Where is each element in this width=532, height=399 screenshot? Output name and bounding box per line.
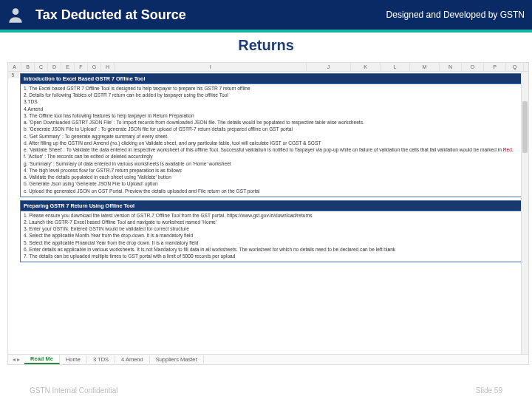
col-header: I [115,63,307,71]
page-subhead: Returns [0,33,532,58]
row-number: 5 [8,72,18,78]
panel-line: 4. Select the applicable Month-Year from… [24,233,522,239]
col-header: A [8,63,21,71]
panel-line: 1. Please ensure you download the latest… [24,213,522,219]
emblem-icon [0,1,31,29]
col-header: K [351,63,381,71]
footer-right: Slide 59 [476,386,502,395]
sheet-tab[interactable]: 4 Amend [115,355,150,364]
preparing-panel-title: Preparing GSTR 7 Return Using Offline To… [21,201,525,211]
sheet-tab[interactable]: Suppliers Master [150,355,204,364]
app-title: Tax Deducted at Source [31,7,386,23]
title-bar: Tax Deducted at Source Designed and Deve… [0,0,532,33]
col-header: D [48,63,61,71]
panel-line: c. Upload the generated JSON on GST Port… [24,188,522,194]
sheet-tab[interactable]: Home [60,355,87,364]
col-header: M [410,63,440,71]
col-header: E [61,63,75,71]
intro-panel-body: 1. The Excel based GSTR 7 Offline Tool i… [21,83,525,197]
panel-line: 4.Amend [24,106,522,112]
panel-line: d. After filling up the GSTIN and Amend … [24,140,522,146]
col-header: L [381,63,410,71]
panel-line: 2. Details for following Tables of GSTR … [24,92,522,98]
row-headers: 5 [8,72,18,354]
scroll-thumb[interactable] [522,101,528,153]
panel-line: 3. The Offline tool has following featur… [24,113,522,119]
panel-line: b. Generate Json using 'Generate JSON Fi… [24,181,522,187]
intro-panel: Introduction to Excel Based GSTR 7 Offli… [20,73,525,197]
panel-line: g. 'Summary' : Summary of data entered i… [24,161,522,167]
panel-line: 5. Select the applicable Financial Year … [24,240,522,246]
col-header: Q [506,63,524,71]
panel-line: 3.TDS [24,99,522,105]
panel-line: e. 'Validate Sheet' : To Validate the da… [24,147,522,153]
slide-footer: GSTN Internal Confidential Slide 59 [0,386,532,395]
col-header: N [440,63,462,71]
col-header: F [75,63,88,71]
col-header: P [484,63,506,71]
spreadsheet-embed: ABCDEFGHIJKLMNOPQ 5 Introduction to Exce… [7,62,529,365]
tab-scroll-arrows[interactable]: ◂ ▸ [8,356,24,363]
panel-line: 3. Enter your GSTIN. Entered GSTIN would… [24,226,522,232]
col-header: O [462,63,484,71]
credit-text: Designed and Developed by GSTN [386,10,532,20]
panel-line: f. 'Action' : The records can be edited … [24,154,522,160]
panel-line: 4. The high level process flow for GSTR-… [24,168,522,174]
col-header: H [101,63,115,71]
footer-left: GSTN Internal Confidential [30,386,118,395]
vertical-scrollbar[interactable] [521,72,528,354]
cell-grid: Introduction to Excel Based GSTR 7 Offli… [18,72,528,354]
panel-line: b. 'Generate JSON File to Upload' : To g… [24,126,522,132]
panel-line: 7. The details can be uploaded multiple … [24,253,522,259]
panel-line: c. 'Get Summary' : To generate aggregate… [24,134,522,140]
intro-panel-title: Introduction to Excel Based GSTR 7 Offli… [21,74,525,83]
sheet-tab[interactable]: Read Me [24,355,60,364]
sheet-tab[interactable]: 3 TDS [87,355,115,364]
col-header: G [88,63,101,71]
sheet-tabs: ◂ ▸ Read MeHome3 TDS4 AmendSuppliers Mas… [8,354,528,364]
preparing-panel: Preparing GSTR 7 Return Using Offline To… [20,200,525,263]
preparing-panel-body: 1. Please ensure you download the latest… [21,211,525,262]
svg-point-0 [13,8,19,15]
panel-line: a. 'Open Downloaded GSTR7 JSON File' : T… [24,120,522,126]
panel-line: 6. Enter details as applicable in variou… [24,247,522,253]
panel-line: 1. The Excel based GSTR 7 Offline Tool i… [24,86,522,92]
col-header: C [35,63,48,71]
col-header: J [307,63,351,71]
panel-line: a. Validate the details populated in eac… [24,174,522,180]
panel-line: 2. Launch the GSTR-7 Excel based Offline… [24,219,522,225]
column-headers: ABCDEFGHIJKLMNOPQ [8,63,528,72]
col-header: B [21,63,35,71]
